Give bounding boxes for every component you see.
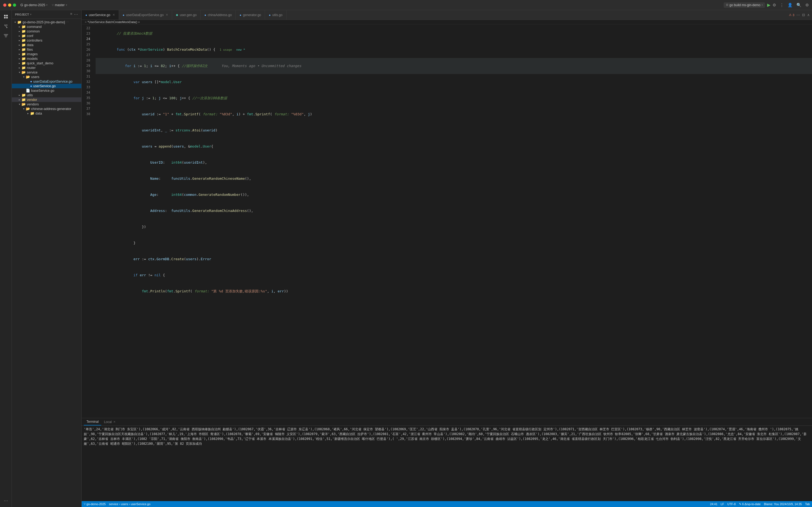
tab-utils[interactable]: ● utils.go	[265, 10, 287, 19]
tab-user-service[interactable]: ● userService.go ✕	[82, 10, 119, 19]
traffic-lights	[3, 3, 16, 7]
tree-more-icon[interactable]: ⋯	[74, 12, 78, 17]
more-tools-icon[interactable]: ⋯	[2, 496, 10, 505]
tree-item-user-data-export-service[interactable]: ● userDataExportService.go	[12, 79, 81, 84]
project-selector[interactable]: G go-demo-2025 ▾	[20, 3, 48, 7]
branch-selector[interactable]: ⑂ master ▾	[52, 3, 67, 7]
svg-rect-3	[6, 17, 8, 18]
tree-item-conf[interactable]: 📁 conf	[12, 34, 81, 38]
main-container: ⋯ Project ▾ ≡ ⋯ 📁 go-demo-2025 [ms-gin-d…	[0, 10, 812, 507]
chevron-up-icon[interactable]: ∧	[807, 13, 810, 17]
tree-item-controllers[interactable]: 📁 controllers	[12, 38, 81, 43]
tree-item-files[interactable]: 📁 files	[12, 47, 81, 52]
status-tab[interactable]: Tab	[805, 502, 810, 506]
tab-user-gen-go[interactable]: ◆ user.gen.go	[172, 10, 201, 19]
vcs-icon[interactable]	[2, 22, 10, 31]
code-content[interactable]: // 批量添加mock数据 func (ctx *UserService) Ba…	[95, 24, 812, 418]
tree-item-users[interactable]: 📂 users	[12, 74, 81, 79]
status-position[interactable]: 24:41	[710, 502, 717, 506]
status-bar: ⑂ go-demo-2025 service › users › userSer…	[82, 501, 812, 507]
terminal-tab[interactable]: Terminal	[84, 418, 101, 426]
svg-rect-2	[4, 17, 6, 18]
tree-item-vendors[interactable]: 📂 vendors	[12, 102, 81, 107]
settings-icon[interactable]: ⚙	[805, 3, 809, 7]
status-charset[interactable]: UTF-8	[727, 502, 736, 506]
code-line-27: userid := "1" + fmt.Sprintf( format: "%0…	[96, 106, 812, 122]
terminal-content: '单浩',24,'湖北省 荆门市 东宝区'),(1082066,'成河',82,…	[82, 426, 812, 501]
line-numbers: 22 23 24 25 26 27 28 29 30 31 32 33 34 3…	[82, 24, 95, 418]
tree-item-service[interactable]: 📂 service	[12, 70, 81, 74]
svg-rect-0	[4, 15, 6, 16]
tab-close-user-service[interactable]: ✕	[112, 13, 115, 17]
code-line-29: users = append(users, &model.User{	[96, 138, 812, 155]
people-icon[interactable]: 👤	[788, 3, 793, 7]
svg-point-6	[6, 24, 7, 26]
tab-bar: ● userService.go ✕ ● userDataExportServi…	[82, 10, 812, 20]
tree-item-router[interactable]: 📁 router	[12, 65, 81, 70]
file-tree-body: 📁 go-demo-2025 [ms-gin-demo] ⋯ 📁 command…	[12, 19, 81, 507]
structure-icon[interactable]	[2, 32, 10, 40]
bottom-tabs: Terminal Local ✕	[82, 418, 812, 426]
tab-china-address[interactable]: ● chinaAddress.go	[201, 10, 236, 19]
breadcrumb-text: *UserService.BatchCreateMockData()	[88, 20, 137, 23]
tab-generator[interactable]: ● generator.go	[236, 10, 265, 19]
bottom-panel: Terminal Local ✕ '单浩',24,'湖北省 荆门市 东宝区'),…	[82, 418, 812, 501]
editor-area: ● userService.go ✕ ● userDataExportServi…	[82, 10, 812, 507]
code-line-25: var users []*model.User	[96, 74, 812, 90]
project-header: Project ▾ ≡ ⋯	[12, 10, 81, 19]
tree-item-data-subdir[interactable]: 📁 data	[12, 111, 81, 116]
tab-close-export[interactable]: ✕	[166, 13, 168, 17]
tree-item-vendor[interactable]: 📁 vendor	[12, 97, 81, 102]
activity-bar: ⋯	[0, 10, 12, 507]
minimize-button[interactable]	[8, 3, 11, 7]
status-vcs: ✎ 6 Δ/up-to-date	[739, 502, 761, 506]
status-encoding[interactable]: LF	[721, 502, 724, 506]
tree-item-common[interactable]: 📁 common	[12, 29, 81, 34]
status-blame: Blame: You 2024/10/9, 14:35	[764, 502, 802, 506]
file-tree: Project ▾ ≡ ⋯ 📁 go-demo-2025 [ms-gin-dem…	[12, 10, 82, 507]
code-line-23: func (ctx *UserService) BatchCreateMockD…	[96, 42, 812, 58]
svg-rect-10	[5, 37, 7, 37]
svg-line-7	[5, 26, 7, 27]
svg-point-4	[4, 24, 6, 26]
close-button[interactable]	[3, 3, 6, 7]
local-tab[interactable]: Local ✕	[101, 418, 118, 426]
tab-bar-menu[interactable]: ⋯	[797, 13, 800, 17]
status-project[interactable]: ⑂ go-demo-2025	[84, 502, 106, 506]
tree-root[interactable]: 📁 go-demo-2025 [ms-gin-demo] ⋯	[12, 20, 81, 24]
local-tab-close[interactable]: ✕	[113, 420, 115, 423]
tree-item-command[interactable]: 📁 command	[12, 24, 81, 29]
build-button[interactable]: ⚙ go build ms-gin-demo ▾	[724, 2, 765, 8]
tree-item-chinese-address-generator[interactable]: 📂 chinese-address-generator	[12, 107, 81, 111]
explorer-icon[interactable]	[2, 12, 10, 21]
code-line-34: })	[96, 219, 812, 235]
tree-item-user-service[interactable]: ● userService.go	[12, 84, 81, 88]
status-breadcrumb: service › users › userService.go	[109, 502, 151, 506]
svg-point-5	[6, 27, 7, 28]
code-line-30: UserID: int64(useridInt),	[96, 155, 812, 171]
more-icon[interactable]: ⋮	[780, 3, 784, 7]
tree-item-utils[interactable]: 📁 utils	[12, 93, 81, 97]
search-icon[interactable]: 🔍	[797, 3, 802, 7]
code-line-35: }	[96, 235, 812, 251]
run-button[interactable]: ▶	[767, 2, 770, 7]
code-line-28: useridInt, _ := strconv.Atoi(userid)	[96, 122, 812, 138]
code-line-31: Name: funcUtils.GenerateRandomChineseNam…	[96, 171, 812, 187]
tree-item-images[interactable]: 📁 images	[12, 52, 81, 56]
collapse-icon[interactable]: ≡	[70, 12, 72, 17]
split-editor-icon[interactable]: ⊟	[802, 13, 805, 17]
tab-user-data-export-service[interactable]: ● userDataExportService.go ✕	[119, 10, 172, 19]
maximize-button[interactable]	[13, 3, 16, 7]
tree-item-quick-start-demo[interactable]: 📁 quick_start_demo	[12, 61, 81, 65]
tree-item-models[interactable]: 📁 models	[12, 56, 81, 61]
tree-item-base-service[interactable]: 📄 baseService.go	[12, 88, 81, 93]
code-line-38: fmt.Println(fmt.Sprintf( format: "第 %d 页…	[96, 283, 812, 299]
code-editor[interactable]: 22 23 24 25 26 27 28 29 30 31 32 33 34 3…	[82, 24, 812, 418]
debug-icon[interactable]: ⚙	[772, 3, 776, 7]
code-line-32: Age: int64(common.GenerateRandomNumber()…	[96, 187, 812, 203]
code-line-22: // 批量添加mock数据	[96, 25, 812, 42]
svg-rect-9	[4, 36, 7, 36]
svg-rect-1	[6, 15, 8, 16]
code-line-37: if err != nil {	[96, 267, 812, 283]
tree-item-data[interactable]: 📁 data	[12, 43, 81, 47]
